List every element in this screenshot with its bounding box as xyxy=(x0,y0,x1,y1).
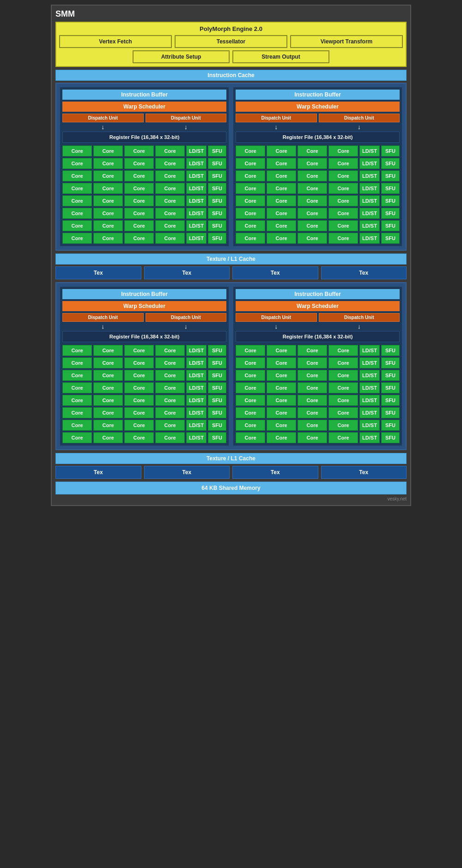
core-cell: Core xyxy=(236,208,265,219)
rf-bottom-left: Register File (16,384 x 32-bit) xyxy=(62,331,226,342)
core-cell: Core xyxy=(267,158,296,169)
core-cell: Core xyxy=(62,407,92,418)
smm-title: SMM xyxy=(55,9,407,19)
core-cell: Core xyxy=(236,407,265,418)
core-cell: Core xyxy=(155,183,185,194)
core-cell: Core xyxy=(124,382,154,393)
core-cell: Core xyxy=(62,183,92,194)
core-cell: Core xyxy=(328,345,358,356)
bottom-two-panel: Instruction Buffer Warp Scheduler Dispat… xyxy=(59,286,403,446)
core-grid-top-right: Core Core Core Core LD/ST SFU Core Core … xyxy=(236,145,400,244)
ldst-cell: LD/ST xyxy=(186,183,207,194)
ldst-cell: LD/ST xyxy=(186,382,207,393)
core-cell: Core xyxy=(328,432,358,443)
ldst-cell: LD/ST xyxy=(186,357,207,368)
ldst-cell: LD/ST xyxy=(359,195,380,206)
sfu-cell: SFU xyxy=(208,407,226,418)
sfu-cell: SFU xyxy=(208,170,226,181)
core-cell: Core xyxy=(236,345,265,356)
core-cell: Core xyxy=(298,357,327,368)
core-row: Core Core Core Core LD/ST SFU xyxy=(236,183,400,194)
sfu-cell: SFU xyxy=(208,233,226,244)
core-cell: Core xyxy=(236,432,265,443)
ldst-cell: LD/ST xyxy=(359,420,380,431)
core-cell: Core xyxy=(124,370,154,381)
sfu-cell: SFU xyxy=(381,407,400,418)
core-cell: Core xyxy=(155,420,185,431)
ldst-cell: LD/ST xyxy=(359,233,380,244)
core-row: Core Core Core Core LD/ST SFU xyxy=(62,432,226,443)
core-cell: Core xyxy=(328,233,358,244)
ldst-cell: LD/ST xyxy=(359,170,380,181)
ib-top-left: Instruction Buffer xyxy=(62,90,226,100)
core-cell: Core xyxy=(62,170,92,181)
core-cell: Core xyxy=(62,145,92,157)
core-row: Core Core Core Core LD/ST SFU xyxy=(236,407,400,418)
ws-top-left: Warp Scheduler xyxy=(62,102,226,112)
core-cell: Core xyxy=(267,170,296,181)
arrow-bottom-left: ↓ ↓ xyxy=(62,323,226,330)
core-row: Core Core Core Core LD/ST SFU xyxy=(236,145,400,157)
ldst-cell: LD/ST xyxy=(359,345,380,356)
core-cell: Core xyxy=(62,233,92,244)
core-row: Core Core Core Core LD/ST SFU xyxy=(62,395,226,406)
ldst-cell: LD/ST xyxy=(359,158,380,169)
sfu-cell: SFU xyxy=(381,345,400,356)
core-cell: Core xyxy=(328,395,358,406)
core-row: Core Core Core Core LD/ST SFU xyxy=(236,357,400,368)
core-cell: Core xyxy=(155,158,185,169)
ldst-cell: LD/ST xyxy=(359,357,380,368)
core-cell: Core xyxy=(155,233,185,244)
core-cell: Core xyxy=(124,220,154,231)
tex-box-7: Tex xyxy=(232,466,318,479)
ib-bottom-right: Instruction Buffer xyxy=(236,289,400,299)
core-grid-bottom-left: Core Core Core Core LD/ST SFU Core Core … xyxy=(62,345,226,443)
sfu-cell: SFU xyxy=(381,158,400,169)
ws-bottom-left: Warp Scheduler xyxy=(62,301,226,311)
core-row: Core Core Core Core LD/ST SFU xyxy=(62,208,226,219)
texture-cache-bottom: Texture / L1 Cache xyxy=(55,453,407,464)
core-cell: Core xyxy=(267,395,296,406)
core-cell: Core xyxy=(298,382,327,393)
core-cell: Core xyxy=(124,407,154,418)
sfu-cell: SFU xyxy=(381,395,400,406)
arrow-top-right: ↓ ↓ xyxy=(236,123,400,131)
core-cell: Core xyxy=(328,183,358,194)
core-cell: Core xyxy=(62,420,92,431)
core-cell: Core xyxy=(93,195,123,206)
sfu-cell: SFU xyxy=(208,432,226,443)
core-cell: Core xyxy=(155,432,185,443)
core-row: Core Core Core Core LD/ST SFU xyxy=(62,345,226,356)
rf-top-left: Register File (16,384 x 32-bit) xyxy=(62,132,226,143)
core-cell: Core xyxy=(124,395,154,406)
tex-box-1: Tex xyxy=(55,266,141,279)
core-row: Core Core Core Core LD/ST SFU xyxy=(236,195,400,206)
core-cell: Core xyxy=(155,395,185,406)
core-cell: Core xyxy=(62,158,92,169)
core-cell: Core xyxy=(62,345,92,356)
ldst-cell: LD/ST xyxy=(186,170,207,181)
sfu-cell: SFU xyxy=(381,145,400,157)
core-cell: Core xyxy=(298,195,327,206)
sfu-cell: SFU xyxy=(208,370,226,381)
sfu-cell: SFU xyxy=(208,357,226,368)
core-cell: Core xyxy=(124,195,154,206)
core-cell: Core xyxy=(155,370,185,381)
core-cell: Core xyxy=(328,145,358,157)
dispatch-row-bottom-left: Dispatch Unit Dispatch Unit xyxy=(62,313,226,322)
core-cell: Core xyxy=(124,158,154,169)
du-bottom-left-2: Dispatch Unit xyxy=(146,313,227,322)
ldst-cell: LD/ST xyxy=(359,220,380,231)
attribute-setup: Attribute Setup xyxy=(133,50,230,63)
ib-top-right: Instruction Buffer xyxy=(236,90,400,100)
sfu-cell: SFU xyxy=(381,420,400,431)
core-cell: Core xyxy=(328,357,358,368)
core-row: Core Core Core Core LD/ST SFU xyxy=(236,345,400,356)
core-cell: Core xyxy=(62,208,92,219)
core-cell: Core xyxy=(93,420,123,431)
texture-cache-top: Texture / L1 Cache xyxy=(55,253,407,265)
dispatch-row-top-left: Dispatch Unit Dispatch Unit xyxy=(62,114,226,122)
ldst-cell: LD/ST xyxy=(359,382,380,393)
core-cell: Core xyxy=(298,420,327,431)
ldst-cell: LD/ST xyxy=(186,233,207,244)
